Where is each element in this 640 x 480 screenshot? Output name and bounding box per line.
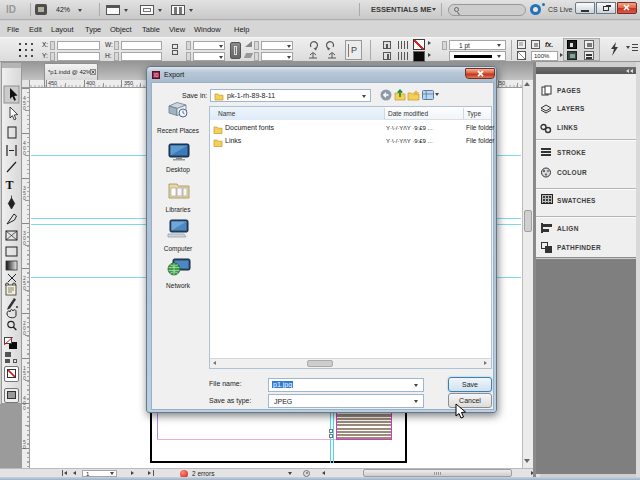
svg-text:T: T (6, 178, 14, 192)
